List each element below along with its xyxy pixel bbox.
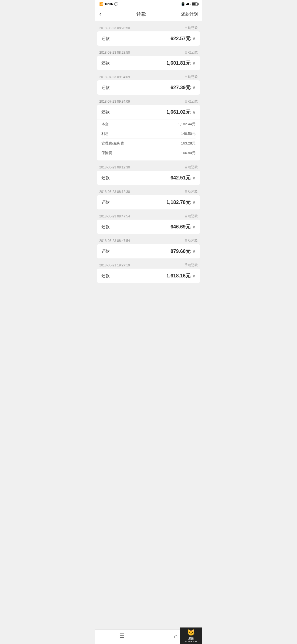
repay-label-0: 还款 bbox=[101, 36, 110, 41]
chevron-down-icon-2: ∨ bbox=[192, 85, 196, 90]
date-label-1: 2018-08-23 08:28:50 bbox=[99, 51, 130, 54]
amount-value-1: 1,601.81元 bbox=[166, 60, 191, 66]
detail-value-3-3: 166.80元 bbox=[181, 151, 196, 155]
date-label-5: 2018-06-23 08:12:30 bbox=[99, 190, 130, 194]
chevron-down-icon-7: ∨ bbox=[192, 249, 196, 254]
expanded-card-3: 还款 1,661.02元 ∧ 本金 1,182.44元 利息 148.50元 管… bbox=[95, 105, 202, 160]
amount-value-7: 879.60元 bbox=[170, 248, 191, 255]
date-row-5: 2018-06-23 08:12:30 自动还款 bbox=[95, 187, 202, 195]
repay-card-1[interactable]: 还款 1,601.81元 ∨ bbox=[97, 56, 200, 70]
detail-value-3-0: 1,182.44元 bbox=[178, 122, 196, 127]
date-row-6: 2018-05-23 08:47:54 自动还款 bbox=[95, 212, 202, 220]
date-row-4: 2018-06-23 08:12:30 自动还款 bbox=[95, 163, 202, 171]
repay-label-7: 还款 bbox=[101, 249, 110, 254]
repay-card-8[interactable]: 还款 1,618.16元 ∨ bbox=[97, 269, 200, 283]
chevron-down-icon-0: ∨ bbox=[192, 36, 196, 41]
repay-amount-3: 1,661.02元 ∧ bbox=[166, 109, 196, 115]
repay-card-0[interactable]: 还款 622.57元 ∨ bbox=[97, 31, 200, 46]
date-label-6: 2018-05-23 08:47:54 bbox=[99, 214, 130, 218]
repay-amount-0: 622.57元 ∨ bbox=[170, 35, 196, 42]
date-label-8: 2018-05-21 19:27:19 bbox=[99, 263, 130, 267]
signal-icon: 📶 bbox=[99, 2, 103, 6]
message-icon: 💬 bbox=[114, 2, 118, 6]
content-area: 2018-08-23 08:28:50 自动还款 还款 622.57元 ∨ 20… bbox=[95, 21, 202, 308]
amount-value-4: 642.51元 bbox=[170, 174, 191, 181]
amount-value-3: 1,661.02元 bbox=[166, 109, 191, 115]
type-label-6: 自动还款 bbox=[185, 214, 198, 219]
detail-value-3-2: 163.28元 bbox=[181, 141, 196, 146]
amount-value-6: 646.69元 bbox=[170, 223, 191, 230]
status-left: 📶 16:36 💬 bbox=[99, 2, 118, 6]
date-label-3: 2018-07-23 09:34:09 bbox=[99, 100, 130, 103]
detail-label-3-2: 管理费/服务费 bbox=[101, 141, 124, 146]
repay-card-4[interactable]: 还款 642.51元 ∨ bbox=[97, 171, 200, 185]
status-bar: 📶 16:36 💬 📳 4G bbox=[95, 0, 202, 7]
repay-card-5[interactable]: 还款 1,182.78元 ∨ bbox=[97, 195, 200, 209]
status-right: 📳 4G bbox=[181, 2, 198, 6]
battery-icon bbox=[192, 2, 198, 6]
repay-amount-4: 642.51元 ∨ bbox=[170, 174, 196, 181]
date-row-7: 2018-05-23 08:47:54 自动还款 bbox=[95, 236, 202, 244]
page-title: 还款 bbox=[136, 11, 146, 17]
chevron-up-icon-3: ∧ bbox=[192, 110, 196, 115]
repay-label-4: 还款 bbox=[101, 175, 110, 181]
repay-label-8: 还款 bbox=[101, 273, 110, 279]
detail-label-3-1: 利息 bbox=[101, 131, 109, 136]
repay-card-3[interactable]: 还款 1,661.02元 ∧ bbox=[97, 105, 200, 119]
back-button[interactable]: ‹ bbox=[99, 10, 101, 18]
repay-label-5: 还款 bbox=[101, 200, 110, 205]
repay-card-2[interactable]: 还款 627.39元 ∨ bbox=[97, 80, 200, 95]
type-label-4: 自动还款 bbox=[185, 165, 198, 170]
detail-row-3-0: 本金 1,182.44元 bbox=[101, 119, 196, 129]
amount-value-5: 1,182.78元 bbox=[166, 199, 191, 206]
detail-row-3-1: 利息 148.50元 bbox=[101, 129, 196, 139]
type-label-8: 手动还款 bbox=[185, 263, 198, 268]
date-label-2: 2018-07-23 09:34:09 bbox=[99, 75, 130, 79]
detail-row-3-2: 管理费/服务费 163.28元 bbox=[101, 139, 196, 148]
date-label-4: 2018-06-23 08:12:30 bbox=[99, 165, 130, 169]
detail-value-3-1: 148.50元 bbox=[181, 131, 196, 136]
repay-amount-8: 1,618.16元 ∨ bbox=[166, 272, 196, 279]
repay-amount-7: 879.60元 ∨ bbox=[170, 248, 196, 255]
date-row-8: 2018-05-21 19:27:19 手动还款 bbox=[95, 261, 202, 269]
detail-label-3-0: 本金 bbox=[101, 122, 109, 127]
amount-value-8: 1,618.16元 bbox=[166, 272, 191, 279]
status-time: 16:36 bbox=[105, 2, 113, 6]
date-row-2: 2018-07-23 09:34:09 自动还款 bbox=[95, 72, 202, 80]
vibrate-icon: 📳 bbox=[181, 2, 185, 6]
chevron-down-icon-6: ∨ bbox=[192, 224, 196, 230]
type-label-1: 自动还款 bbox=[185, 50, 198, 55]
repay-card-6[interactable]: 还款 646.69元 ∨ bbox=[97, 220, 200, 234]
repay-amount-5: 1,182.78元 ∨ bbox=[166, 199, 196, 206]
network-type: 4G bbox=[186, 2, 191, 6]
date-label-7: 2018-05-23 08:47:54 bbox=[99, 239, 130, 243]
type-label-3: 自动还款 bbox=[185, 99, 198, 104]
repay-plan-button[interactable]: 还款计划 bbox=[181, 12, 198, 17]
date-row-0: 2018-08-23 08:28:50 自动还款 bbox=[95, 23, 202, 31]
repay-label-6: 还款 bbox=[101, 224, 110, 230]
detail-card-3: 本金 1,182.44元 利息 148.50元 管理费/服务费 163.28元 … bbox=[97, 119, 200, 160]
chevron-down-icon-8: ∨ bbox=[192, 273, 196, 279]
repay-amount-1: 1,601.81元 ∨ bbox=[166, 60, 196, 66]
repay-amount-6: 646.69元 ∨ bbox=[170, 223, 196, 230]
chevron-down-icon-4: ∨ bbox=[192, 175, 196, 181]
chevron-down-icon-1: ∨ bbox=[192, 61, 196, 66]
nav-bar: ‹ 还款 还款计划 bbox=[95, 7, 202, 21]
detail-row-3-3: 保险费 166.80元 bbox=[101, 148, 196, 158]
type-label-7: 自动还款 bbox=[185, 238, 198, 243]
detail-label-3-3: 保险费 bbox=[101, 151, 112, 155]
chevron-down-icon-5: ∨ bbox=[192, 200, 196, 205]
date-row-3: 2018-07-23 09:34:09 自动还款 bbox=[95, 97, 202, 105]
repay-label-3: 还款 bbox=[101, 110, 110, 115]
repay-label-1: 还款 bbox=[101, 61, 110, 66]
type-label-5: 自动还款 bbox=[185, 189, 198, 194]
repay-card-7[interactable]: 还款 879.60元 ∨ bbox=[97, 244, 200, 258]
type-label-0: 自动还款 bbox=[185, 26, 198, 30]
date-row-1: 2018-08-23 08:28:50 自动还款 bbox=[95, 48, 202, 56]
amount-value-2: 627.39元 bbox=[170, 84, 191, 91]
type-label-2: 自动还款 bbox=[185, 75, 198, 79]
repay-label-2: 还款 bbox=[101, 85, 110, 90]
date-label-0: 2018-08-23 08:28:50 bbox=[99, 26, 130, 30]
amount-value-0: 622.57元 bbox=[170, 35, 191, 42]
repay-amount-2: 627.39元 ∨ bbox=[170, 84, 196, 91]
